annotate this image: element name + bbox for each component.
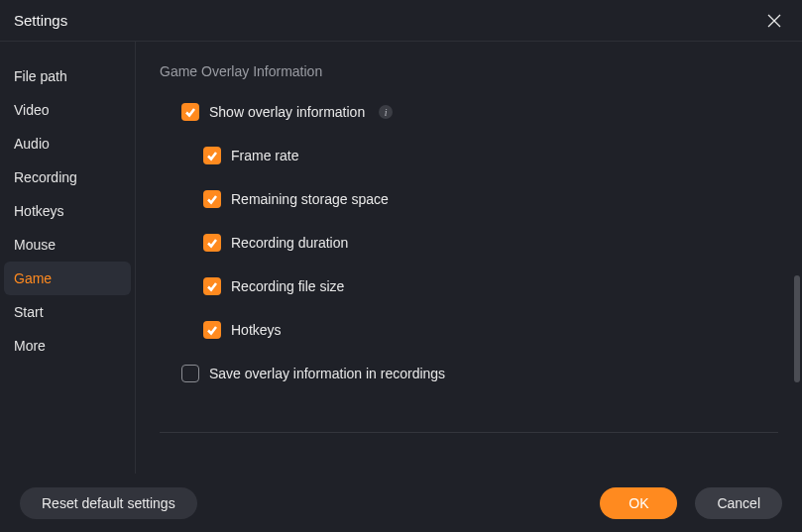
window-title: Settings [14, 12, 67, 29]
checkbox-label: Save overlay information in recordings [209, 366, 445, 381]
option-recording-file-size: Recording file size [203, 277, 778, 295]
check-icon [206, 237, 218, 249]
sidebar-item-game[interactable]: Game [4, 262, 131, 295]
checkbox-label: Show overlay information [209, 104, 365, 120]
option-save-overlay: Save overlay information in recordings [181, 365, 778, 382]
sidebar-item-audio[interactable]: Audio [4, 127, 131, 160]
cancel-button[interactable]: Cancel [695, 487, 782, 519]
sidebar-item-start[interactable]: Start [4, 295, 131, 329]
divider [160, 432, 778, 433]
check-icon [206, 324, 218, 336]
option-remaining-storage: Remaining storage space [203, 190, 778, 208]
sidebar-item-file-path[interactable]: File path [4, 59, 131, 93]
sidebar-item-label: Hotkeys [14, 203, 64, 219]
close-button[interactable] [764, 11, 784, 31]
scrollbar-thumb[interactable] [794, 275, 800, 382]
checkbox-label: Recording duration [231, 235, 348, 251]
sidebar-item-label: Audio [14, 136, 50, 152]
sidebar-item-video[interactable]: Video [4, 93, 131, 127]
sidebar-item-recording[interactable]: Recording [4, 160, 131, 194]
checkbox-label: Remaining storage space [231, 191, 389, 207]
sidebar-item-label: Video [14, 102, 50, 118]
checkbox-label: Hotkeys [231, 322, 282, 338]
section-title: Game Overlay Information [160, 63, 778, 79]
checkbox-remaining-storage[interactable] [203, 190, 221, 208]
checkbox-frame-rate[interactable] [203, 147, 221, 164]
checkbox-label: Frame rate [231, 148, 298, 163]
sidebar-item-label: Recording [14, 169, 77, 185]
option-hotkeys: Hotkeys [203, 321, 778, 339]
sidebar-item-label: File path [14, 68, 67, 84]
checkbox-show-overlay[interactable] [181, 103, 199, 121]
footer-right: OK Cancel [600, 487, 782, 519]
main-panel: Game Overlay Information Show overlay in… [136, 42, 802, 474]
checkbox-label: Recording file size [231, 278, 344, 294]
checkbox-save-overlay[interactable] [181, 365, 199, 382]
checkbox-recording-file-size[interactable] [203, 277, 221, 295]
option-frame-rate: Frame rate [203, 147, 778, 164]
sidebar-item-label: Game [14, 270, 52, 286]
check-icon [206, 280, 218, 292]
footer: Reset default settings OK Cancel [0, 474, 802, 532]
sidebar-item-mouse[interactable]: Mouse [4, 228, 131, 262]
body-area: File path Video Audio Recording Hotkeys … [0, 42, 802, 474]
option-show-overlay: Show overlay information i [181, 103, 778, 121]
checkbox-hotkeys[interactable] [203, 321, 221, 339]
checkbox-recording-duration[interactable] [203, 234, 221, 252]
sidebar-item-label: Mouse [14, 237, 56, 253]
close-icon [767, 14, 781, 28]
check-icon [206, 150, 218, 161]
sidebar-item-hotkeys[interactable]: Hotkeys [4, 194, 131, 228]
sidebar-item-more[interactable]: More [4, 329, 131, 363]
titlebar: Settings [0, 0, 802, 42]
sidebar-item-label: More [14, 338, 46, 354]
option-recording-duration: Recording duration [203, 234, 778, 252]
check-icon [206, 193, 218, 205]
check-icon [184, 106, 196, 118]
ok-button[interactable]: OK [600, 487, 677, 519]
info-icon[interactable]: i [379, 105, 393, 119]
sidebar-item-label: Start [14, 304, 44, 320]
main-scroll: Game Overlay Information Show overlay in… [160, 63, 778, 474]
reset-default-button[interactable]: Reset default settings [20, 487, 197, 519]
sidebar: File path Video Audio Recording Hotkeys … [0, 42, 136, 474]
